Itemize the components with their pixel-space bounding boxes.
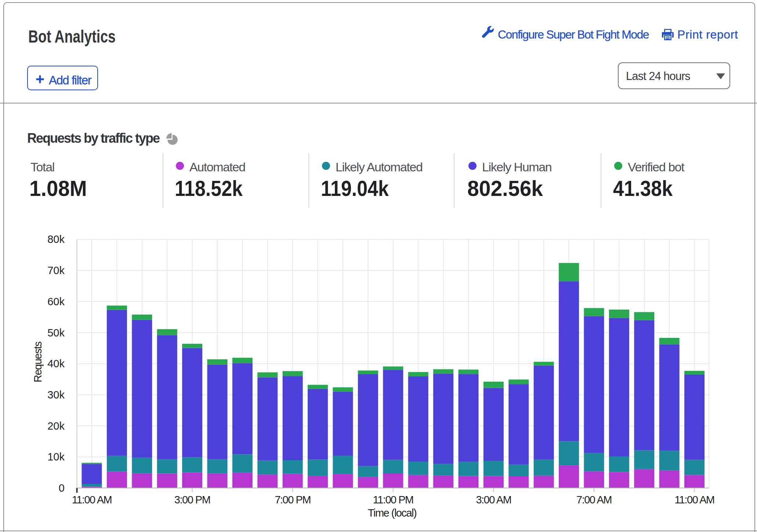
svg-text:30k: 30k: [47, 389, 65, 401]
svg-text:20k: 20k: [47, 420, 65, 432]
svg-text:Requests: Requests: [32, 342, 44, 383]
svg-text:11:00 PM: 11:00 PM: [373, 494, 413, 506]
svg-text:11:00 AM: 11:00 AM: [674, 494, 714, 506]
svg-text:11:00 AM: 11:00 AM: [72, 494, 112, 506]
svg-text:3:00 AM: 3:00 AM: [476, 494, 511, 506]
svg-text:Time (local): Time (local): [368, 507, 416, 519]
svg-text:10k: 10k: [47, 451, 65, 463]
svg-text:0: 0: [59, 482, 65, 494]
svg-text:7:00 AM: 7:00 AM: [576, 494, 612, 506]
svg-text:40k: 40k: [47, 358, 65, 369]
svg-text:80k: 80k: [47, 233, 65, 245]
svg-text:50k: 50k: [47, 327, 65, 339]
svg-text:70k: 70k: [47, 265, 65, 276]
svg-text:7:00 PM: 7:00 PM: [275, 494, 311, 506]
svg-text:60k: 60k: [47, 296, 65, 307]
svg-text:3:00 PM: 3:00 PM: [174, 494, 210, 506]
